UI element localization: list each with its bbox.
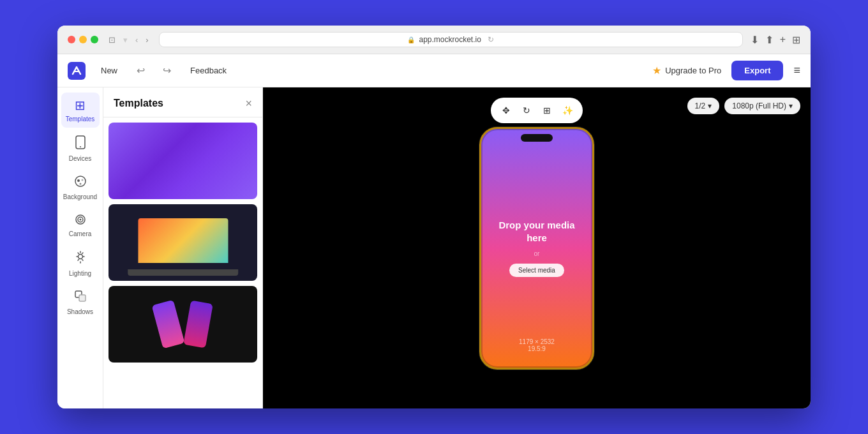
undo-button[interactable]: ↩ — [133, 62, 149, 79]
lock-icon: 🔒 — [407, 36, 415, 43]
sidebar-label-background: Background — [63, 193, 97, 200]
sidebar-label-lighting: Lighting — [69, 270, 91, 277]
svg-point-5 — [79, 183, 81, 185]
phone-resolution: 1179 × 2532 — [519, 338, 555, 345]
traffic-light-yellow[interactable] — [79, 36, 87, 43]
canvas-top-right: 1/2 ▾ 1080p (Full HD) ▾ — [687, 98, 800, 114]
or-text: or — [534, 250, 540, 257]
sidebar-item-devices[interactable]: Devices — [61, 130, 100, 167]
sidebar-item-templates[interactable]: ⊞ Templates — [61, 93, 100, 128]
address-bar[interactable]: 🔒 app.mockrocket.io ↻ — [159, 32, 743, 47]
canvas-toolbar: ✥ ↻ ⊞ ✨ — [491, 98, 583, 123]
browser-nav: ⊡ ▾ ‹ › — [106, 34, 151, 46]
redo-button[interactable]: ↪ — [159, 62, 175, 79]
resolution-badge[interactable]: 1080p (Full HD) ▾ — [724, 98, 800, 114]
sidebar-item-lighting[interactable]: Lighting — [61, 245, 100, 282]
upgrade-label: Upgrade to Pro — [665, 66, 721, 75]
svg-point-9 — [78, 255, 82, 259]
sidebar-item-shadows[interactable]: Shadows — [61, 285, 100, 320]
move-tool-button[interactable]: ✥ — [497, 101, 515, 119]
app-toolbar: New ↩ ↪ Feedback ★ Upgrade to Pro Export… — [57, 54, 811, 87]
template-list — [103, 117, 262, 408]
drop-media-text: Drop your media here — [494, 219, 580, 244]
resolution-text: 1080p (Full HD) — [732, 101, 786, 110]
star-icon: ★ — [652, 64, 661, 77]
laptop-screen — [138, 218, 228, 263]
export-button[interactable]: Export — [731, 61, 783, 80]
traffic-light-green[interactable] — [91, 36, 98, 43]
forward-icon[interactable]: › — [143, 34, 151, 46]
download-icon[interactable]: ⬇ — [751, 34, 759, 46]
share-icon[interactable]: ⬆ — [765, 34, 774, 46]
template-item-gradient[interactable] — [108, 123, 257, 199]
browser-actions: ⬇ ⬆ + ⊞ — [751, 34, 800, 46]
sidebar-label-devices: Devices — [69, 155, 92, 162]
phone-mockup-main[interactable]: Drop your media here or Select media 117… — [479, 127, 594, 370]
sidebar-item-background[interactable]: Background — [61, 170, 100, 206]
back-icon[interactable]: ‹ — [133, 34, 140, 46]
rotate-tool-button[interactable]: ↻ — [518, 101, 535, 119]
lighting-icon — [75, 250, 86, 267]
sidebar-toggle-icon[interactable]: ⊡ — [106, 34, 118, 46]
template-item-laptop[interactable] — [108, 204, 257, 281]
laptop-mockup — [114, 218, 252, 276]
sidebar-label-camera: Camera — [69, 230, 92, 237]
templates-icon: ⊞ — [75, 98, 86, 113]
phone-ratio: 19.5:9 — [519, 345, 555, 352]
svg-point-4 — [81, 179, 83, 181]
reload-icon[interactable]: ↻ — [488, 35, 494, 44]
canvas-tool-group: ✥ ↻ ⊞ ✨ — [491, 98, 583, 123]
app-container: New ↩ ↪ Feedback ★ Upgrade to Pro Export… — [57, 54, 811, 408]
hamburger-menu[interactable]: ≡ — [793, 64, 800, 77]
svg-point-3 — [77, 179, 80, 182]
svg-point-1 — [80, 146, 81, 147]
grid-tool-button[interactable]: ⊞ — [538, 101, 556, 119]
shadows-icon — [74, 290, 87, 306]
panel-title: Templates — [114, 98, 163, 109]
templates-panel: Templates × — [103, 87, 263, 408]
canvas-area: ✥ ↻ ⊞ ✨ 1/2 ▾ 1080p (Full HD) ▾ — [263, 87, 811, 408]
url-text: app.mockrocket.io — [419, 35, 481, 44]
new-tab-icon[interactable]: + — [780, 34, 786, 46]
svg-point-8 — [79, 219, 81, 221]
ratio-text: 1/2 — [695, 101, 706, 110]
ratio-badge[interactable]: 1/2 ▾ — [687, 98, 720, 114]
svg-rect-11 — [79, 295, 86, 301]
panel-close-button[interactable]: × — [245, 98, 252, 109]
background-icon — [74, 175, 87, 191]
camera-icon — [74, 213, 87, 228]
traffic-light-red[interactable] — [68, 36, 75, 43]
ratio-chevron: ▾ — [708, 101, 712, 110]
phone-mockup-right — [183, 300, 213, 348]
resolution-chevron: ▾ — [789, 101, 793, 110]
phone-mockup-left — [151, 300, 184, 349]
svg-point-2 — [75, 176, 86, 186]
sidebar-label-templates: Templates — [66, 116, 95, 123]
upgrade-button[interactable]: ★ Upgrade to Pro — [652, 64, 721, 77]
panel-header: Templates × — [103, 87, 262, 117]
sidebar-item-camera[interactable]: Camera — [61, 208, 100, 243]
template-item-phones[interactable] — [108, 286, 257, 363]
sidebar: ⊞ Templates Devices — [57, 87, 103, 408]
app-main: ⊞ Templates Devices — [57, 87, 811, 408]
browser-window: ⊡ ▾ ‹ › 🔒 app.mockrocket.io ↻ ⬇ ⬆ + ⊞ — [57, 26, 811, 408]
browser-chrome: ⊡ ▾ ‹ › 🔒 app.mockrocket.io ↻ ⬇ ⬆ + ⊞ — [57, 26, 811, 54]
laptop-base — [128, 269, 239, 276]
grid-icon[interactable]: ⊞ — [792, 34, 800, 46]
feedback-button[interactable]: Feedback — [185, 63, 232, 78]
phone-dimensions: 1179 × 2532 19.5:9 — [519, 338, 555, 352]
devices-icon — [75, 135, 86, 153]
sidebar-label-shadows: Shadows — [67, 308, 93, 315]
phone-content: Drop your media here or Select media — [481, 206, 592, 290]
magic-tool-button[interactable]: ✨ — [558, 101, 576, 119]
select-media-button[interactable]: Select media — [509, 264, 564, 277]
new-button[interactable]: New — [96, 63, 123, 78]
traffic-lights — [68, 36, 98, 43]
phone-notch — [521, 134, 553, 142]
app-logo — [68, 62, 86, 80]
